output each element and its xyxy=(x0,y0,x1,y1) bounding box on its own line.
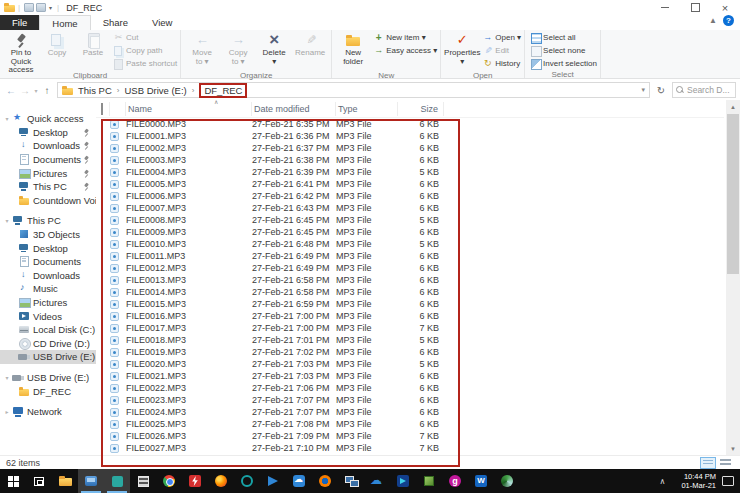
file-row[interactable]: FILE0001.MP327-Feb-21 6:36 PMMP3 File6 K… xyxy=(96,130,724,142)
tray-hidden-icons-button[interactable]: ∧ xyxy=(649,469,675,493)
taskbar-start-button[interactable] xyxy=(0,469,26,493)
sidebar-item-usb-drive-e[interactable]: USB Drive (E:) xyxy=(0,350,96,364)
taskbar-g-app[interactable]: g xyxy=(442,469,468,493)
sidebar-item-desktop[interactable]: Desktop xyxy=(0,241,96,255)
address-dropdown-icon[interactable]: ▾ xyxy=(641,86,645,94)
taskbar-chart-app[interactable]: W xyxy=(468,469,494,493)
vertical-scrollbar[interactable]: ▲ ▼ xyxy=(726,100,740,455)
file-row[interactable]: FILE0023.MP327-Feb-21 7:07 PMMP3 File6 K… xyxy=(96,394,724,406)
sidebar-item-cd-drive-d[interactable]: CD Drive (D:) xyxy=(0,337,96,351)
paste-button[interactable]: Paste xyxy=(75,31,111,71)
file-row[interactable]: FILE0004.MP327-Feb-21 6:39 PMMP3 File5 K… xyxy=(96,166,724,178)
details-view-button[interactable] xyxy=(700,457,716,469)
recent-locations-icon[interactable]: ▾ xyxy=(32,87,40,94)
forward-button[interactable]: → xyxy=(18,85,32,96)
invert-selection-button[interactable]: Invert selection xyxy=(530,57,597,70)
file-row[interactable]: FILE0009.MP327-Feb-21 6:45 PMMP3 File6 K… xyxy=(96,226,724,238)
file-row[interactable]: FILE0019.MP327-Feb-21 7:02 PMMP3 File6 K… xyxy=(96,346,724,358)
rename-button[interactable]: Rename xyxy=(292,31,328,71)
breadcrumb-usb-drive[interactable]: USB Drive (E:) xyxy=(124,85,186,96)
tab-home[interactable]: Home xyxy=(39,15,90,30)
new-item-button[interactable]: New item ▾ xyxy=(373,31,437,44)
action-center-icon[interactable] xyxy=(722,476,734,486)
expander-icon[interactable]: ▾ xyxy=(2,217,12,224)
select-all-button[interactable]: Select all xyxy=(530,31,597,44)
file-row[interactable]: FILE0018.MP327-Feb-21 7:01 PMMP3 File5 K… xyxy=(96,334,724,346)
sidebar-section-this-pc[interactable]: ▾This PC xyxy=(0,214,96,228)
file-row[interactable]: FILE0024.MP327-Feb-21 7:07 PMMP3 File6 K… xyxy=(96,406,724,418)
column-header-size[interactable]: Size xyxy=(398,102,444,116)
file-row[interactable]: FILE0013.MP327-Feb-21 6:58 PMMP3 File6 K… xyxy=(96,274,724,286)
open-button[interactable]: Open ▾ xyxy=(482,31,521,44)
taskbar-task-view[interactable] xyxy=(26,469,52,493)
taskbar-arrow-app[interactable] xyxy=(390,469,416,493)
refresh-icon[interactable]: ↻ xyxy=(653,85,669,96)
sidebar-item-countdown-voice-ti[interactable]: Countdown Voice Ti xyxy=(0,194,96,208)
tab-view[interactable]: View xyxy=(140,15,184,30)
select-none-button[interactable]: Select none xyxy=(530,44,597,57)
sidebar-item-documents[interactable]: Documents xyxy=(0,255,96,269)
restore-button[interactable] xyxy=(680,0,710,15)
close-button[interactable]: × xyxy=(710,0,740,15)
qat-new-folder-icon[interactable] xyxy=(36,3,46,12)
sidebar-item-local-disk-c[interactable]: Local Disk (C:) xyxy=(0,323,96,337)
taskbar-cloud-app[interactable] xyxy=(364,469,390,493)
scrollbar-thumb[interactable] xyxy=(727,114,739,274)
cut-button[interactable]: Cut xyxy=(113,31,177,44)
select-all-checkbox[interactable] xyxy=(101,103,103,115)
copy-path-button[interactable]: Copy path xyxy=(113,44,177,57)
sidebar-item-downloads[interactable]: Downloads xyxy=(0,269,96,283)
sidebar-item-pictures[interactable]: Pictures xyxy=(0,166,96,180)
back-button[interactable]: ← xyxy=(4,85,18,96)
file-row[interactable]: FILE0006.MP327-Feb-21 6:42 PMMP3 File6 K… xyxy=(96,190,724,202)
tab-file[interactable]: File xyxy=(0,15,39,30)
taskbar-laptop-app[interactable] xyxy=(78,469,104,493)
file-row[interactable]: FILE0007.MP327-Feb-21 6:43 PMMP3 File6 K… xyxy=(96,202,724,214)
properties-button[interactable]: Properties ▾ xyxy=(444,31,480,71)
taskbar-bolt-app[interactable] xyxy=(182,469,208,493)
file-row[interactable]: FILE0005.MP327-Feb-21 6:41 PMMP3 File6 K… xyxy=(96,178,724,190)
taskbar-idm-app[interactable] xyxy=(494,469,520,493)
file-row[interactable]: FILE0026.MP327-Feb-21 7:09 PMMP3 File7 K… xyxy=(96,430,724,442)
help-icon[interactable]: ? xyxy=(723,15,734,26)
address-box[interactable]: This PC › USB Drive (E:) › DF_REC ▾ xyxy=(57,82,650,98)
scroll-down-icon[interactable]: ▼ xyxy=(726,442,740,455)
sidebar-item-this-pc[interactable]: This PC xyxy=(0,180,96,194)
thumbnails-view-button[interactable] xyxy=(718,457,734,469)
file-row[interactable]: FILE0002.MP327-Feb-21 6:37 PMMP3 File6 K… xyxy=(96,142,724,154)
pin-to-quick-access-button[interactable]: Pin to Quick access xyxy=(3,31,39,71)
taskbar-plane-app[interactable] xyxy=(260,469,286,493)
taskbar-firefox[interactable] xyxy=(208,469,234,493)
file-row[interactable]: FILE0015.MP327-Feb-21 6:59 PMMP3 File6 K… xyxy=(96,298,724,310)
file-row[interactable]: FILE0022.MP327-Feb-21 7:06 PMMP3 File6 K… xyxy=(96,382,724,394)
file-row[interactable]: FILE0021.MP327-Feb-21 7:03 PMMP3 File6 K… xyxy=(96,370,724,382)
search-input[interactable]: Search D... xyxy=(672,82,736,98)
taskbar-teal-app[interactable] xyxy=(104,469,130,493)
copy-button[interactable]: Copy xyxy=(39,31,75,71)
file-row[interactable]: FILE0027.MP327-Feb-21 7:10 PMMP3 File7 K… xyxy=(96,442,724,454)
sidebar-item-videos[interactable]: Videos xyxy=(0,309,96,323)
taskbar-cloud-box-app[interactable] xyxy=(286,469,312,493)
taskbar-grid-app[interactable] xyxy=(130,469,156,493)
sidebar-item-music[interactable]: Music xyxy=(0,282,96,296)
file-row[interactable]: FILE0017.MP327-Feb-21 7:00 PMMP3 File7 K… xyxy=(96,322,724,334)
sidebar-item-desktop[interactable]: Desktop xyxy=(0,126,96,140)
file-row[interactable]: FILE0014.MP327-Feb-21 6:58 PMMP3 File6 K… xyxy=(96,286,724,298)
expander-icon[interactable]: ▸ xyxy=(2,408,12,415)
delete-button[interactable]: Delete ▾ xyxy=(256,31,292,71)
file-row[interactable]: FILE0010.MP327-Feb-21 6:48 PMMP3 File5 K… xyxy=(96,238,724,250)
file-row[interactable]: FILE0020.MP327-Feb-21 7:03 PMMP3 File5 K… xyxy=(96,358,724,370)
history-button[interactable]: History xyxy=(482,57,521,70)
collapse-ribbon-icon[interactable]: ▲ xyxy=(709,16,717,25)
tray-clock[interactable]: 10:44 PM 01-Mar-21 xyxy=(675,469,722,493)
up-button[interactable]: ↑ xyxy=(40,85,54,96)
file-row[interactable]: FILE0012.MP327-Feb-21 6:49 PMMP3 File6 K… xyxy=(96,262,724,274)
taskbar-network-computers-app[interactable] xyxy=(338,469,364,493)
file-row[interactable]: FILE0011.MP327-Feb-21 6:49 PMMP3 File6 K… xyxy=(96,250,724,262)
file-row[interactable]: FILE0003.MP327-Feb-21 6:38 PMMP3 File6 K… xyxy=(96,154,724,166)
taskbar-chrome[interactable] xyxy=(156,469,182,493)
sidebar-item-3d-objects[interactable]: 3D Objects xyxy=(0,228,96,242)
expander-icon[interactable]: ▾ xyxy=(2,374,12,381)
breadcrumb-df-rec[interactable]: DF_REC xyxy=(199,83,247,98)
sidebar-item-documents[interactable]: Documents xyxy=(0,153,96,167)
